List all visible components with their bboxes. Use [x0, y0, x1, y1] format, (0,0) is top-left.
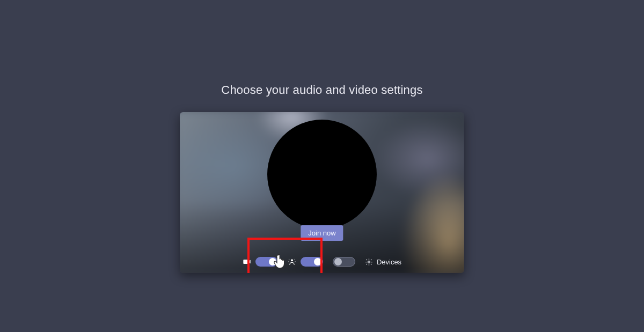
svg-point-3 [288, 261, 289, 262]
background-blur-control [288, 257, 323, 267]
svg-point-2 [295, 259, 295, 260]
svg-point-7 [368, 261, 370, 263]
svg-point-4 [295, 261, 295, 262]
av-preview-card: Join now [180, 112, 464, 273]
page-title: Choose your audio and video settings [221, 83, 422, 97]
devices-button[interactable]: Devices [365, 257, 401, 266]
devices-label: Devices [377, 258, 401, 266]
svg-point-0 [291, 259, 293, 261]
control-bar: Devices [180, 257, 464, 267]
camera-toggle[interactable] [255, 257, 278, 267]
avatar-mask [267, 120, 377, 229]
svg-point-5 [289, 264, 290, 264]
microphone-toggle[interactable] [333, 257, 355, 267]
join-now-button[interactable]: Join now [301, 225, 343, 241]
video-icon [243, 257, 251, 266]
microphone-control [333, 257, 355, 267]
svg-point-6 [294, 264, 295, 264]
camera-control [243, 257, 278, 267]
background-blur-icon [288, 257, 296, 266]
background-blur-toggle[interactable] [301, 257, 323, 267]
gear-icon [365, 257, 374, 266]
svg-point-1 [289, 259, 289, 260]
